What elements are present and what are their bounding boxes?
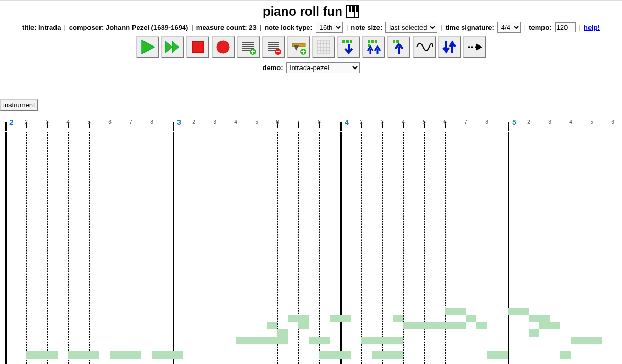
- svg-rect-40: [396, 40, 399, 43]
- note-lock-select[interactable]: 16th: [316, 22, 343, 33]
- arrow-right-button[interactable]: [463, 36, 486, 58]
- add-measure-button[interactable]: [237, 36, 260, 58]
- timesig-label: time signature:: [446, 24, 494, 31]
- demo-label: demo:: [263, 64, 283, 72]
- info-bar: title: Intrada | composer: Johann Pezel …: [0, 22, 622, 33]
- svg-marker-42: [476, 43, 482, 51]
- note-size-select[interactable]: last selected: [385, 22, 437, 33]
- svg-rect-3: [192, 41, 204, 53]
- composer-label: composer: Johann Pezel (1639-1694): [69, 24, 188, 31]
- transpose-down-all-button[interactable]: [337, 36, 360, 58]
- record-button[interactable]: [212, 36, 235, 58]
- play-selection-button[interactable]: [161, 36, 184, 58]
- help-link[interactable]: help!: [584, 24, 600, 31]
- svg-marker-1: [165, 41, 172, 53]
- svg-marker-0: [142, 40, 154, 54]
- wave-button[interactable]: [413, 36, 436, 58]
- svg-rect-39: [393, 40, 395, 43]
- play-button[interactable]: [136, 36, 159, 58]
- stop-button[interactable]: [186, 36, 209, 58]
- svg-rect-33: [346, 40, 349, 43]
- svg-marker-21: [294, 46, 299, 51]
- transpose-up-button[interactable]: [387, 36, 410, 58]
- note-lock-label: note lock type:: [264, 24, 313, 31]
- svg-rect-37: [375, 40, 377, 43]
- svg-rect-36: [371, 40, 374, 43]
- volume-button[interactable]: [287, 36, 310, 58]
- toolbar: [0, 36, 622, 58]
- svg-rect-35: [368, 40, 370, 43]
- measure-count-label: measure count: 23: [196, 24, 257, 31]
- demo-select[interactable]: intrada-pezel: [286, 62, 360, 73]
- app-title: piano roll fun: [0, 4, 622, 19]
- remove-measure-button[interactable]: [262, 36, 285, 58]
- svg-point-4: [217, 41, 229, 53]
- swap-button[interactable]: [438, 36, 461, 58]
- piano-keys-icon: [346, 5, 359, 18]
- timesig-select[interactable]: 4/4: [497, 22, 521, 33]
- svg-rect-34: [350, 40, 352, 43]
- note-size-label: note size:: [351, 24, 382, 31]
- svg-marker-2: [172, 41, 179, 53]
- svg-rect-32: [342, 40, 345, 43]
- title-label: title: Intrada: [22, 24, 61, 31]
- app-title-text: piano roll fun: [263, 4, 342, 19]
- grid-button[interactable]: [312, 36, 335, 58]
- tempo-input[interactable]: [555, 22, 576, 32]
- transpose-up-all-button[interactable]: [362, 36, 385, 58]
- tempo-label: tempo:: [529, 24, 551, 31]
